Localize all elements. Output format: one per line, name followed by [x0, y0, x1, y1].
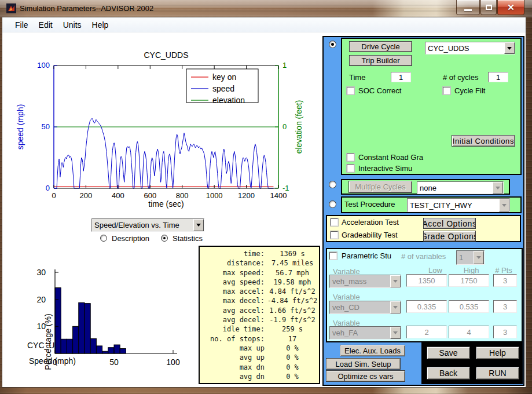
close-button[interactable]: ✕	[497, 0, 524, 15]
svg-text:elevation (feet): elevation (feet)	[294, 100, 303, 154]
variable-select-1-value: veh_mass	[330, 275, 390, 287]
svg-text:50: 50	[42, 122, 50, 131]
load-sim-setup-button[interactable]: Load Sim. Setup	[326, 358, 401, 370]
multiple-cycles-select[interactable]: none	[417, 181, 504, 194]
stat-value: 17	[266, 335, 319, 344]
svg-text:0: 0	[52, 191, 56, 200]
constant-road-grade-checkbox[interactable]	[347, 154, 354, 161]
plot-type-select[interactable]: Speed/Elevation vs. Time	[91, 218, 204, 232]
multiple-cycles-radio[interactable]	[329, 181, 336, 188]
parametric-study-checkbox[interactable]	[329, 252, 337, 260]
svg-text:speed (mph): speed (mph)	[16, 104, 25, 150]
high-input-2[interactable]: 0.535	[449, 300, 489, 313]
elec-aux-loads-button[interactable]: Elec. Aux. Loads	[340, 345, 405, 356]
accel-options-button[interactable]: Accel Options	[423, 218, 476, 229]
stat-label: distance:	[200, 259, 265, 268]
stat-row: time:1369 s	[200, 250, 319, 259]
interactive-sim-checkbox[interactable]	[347, 165, 354, 172]
cycle-statistics-panel: time:1369 sdistance:7.45 milesmax speed:…	[199, 246, 320, 384]
maximize-button[interactable]	[480, 0, 497, 15]
low-input-1[interactable]: 1350	[406, 274, 447, 287]
stat-value: 0 %	[266, 353, 319, 363]
cycle-select[interactable]: CYC_UDDS	[425, 42, 515, 54]
high-header: High	[451, 266, 491, 275]
acceleration-test-checkbox[interactable]	[331, 218, 338, 226]
multiple-cycles-select-value: none	[417, 182, 493, 194]
pts-input-3[interactable]: 3	[493, 326, 517, 338]
description-radio[interactable]	[100, 235, 107, 242]
stat-value: 259 s	[266, 325, 319, 334]
stat-value: 0 %	[266, 373, 319, 382]
stat-label: max dn	[200, 363, 265, 373]
low-input-3[interactable]: 2	[406, 326, 447, 338]
cycle-select-value: CYC_UDDS	[425, 42, 504, 54]
grade-options-button[interactable]: Grade Options	[423, 231, 476, 242]
minimize-icon	[464, 9, 472, 11]
test-procedure-select[interactable]: TEST_CITY_HWY	[407, 198, 510, 212]
menu-edit[interactable]: Edit	[34, 19, 58, 31]
low-header: Low	[415, 266, 456, 275]
chevron-down-icon	[474, 251, 484, 264]
minimize-button[interactable]	[456, 0, 480, 15]
pts-input-2[interactable]: 3	[493, 300, 517, 313]
num-variables-select[interactable]: 1	[456, 250, 485, 265]
soc-correct-label: SOC Correct	[358, 86, 401, 95]
test-procedure-radio[interactable]	[329, 200, 336, 208]
multiple-cycles-button[interactable]: Multiple Cycles	[348, 181, 412, 193]
gradeability-test-checkbox[interactable]	[331, 231, 338, 239]
pts-input-1[interactable]: 3	[493, 274, 517, 287]
statistics-radio[interactable]	[161, 235, 168, 242]
time-input[interactable]: 1	[391, 72, 411, 82]
save-button[interactable]: Save	[427, 346, 470, 359]
plot-type-value: Speed/Elevation vs. Time	[92, 219, 193, 231]
high-input-3[interactable]: 4	[449, 326, 489, 338]
svg-text:speed: speed	[212, 84, 234, 93]
stat-row: max speed:56.7 mph	[200, 269, 319, 278]
high-input-1[interactable]: 1750	[449, 274, 489, 287]
matlab-app-icon	[6, 3, 16, 13]
trip-builder-button[interactable]: Trip Builder	[349, 55, 412, 66]
chevron-down-icon	[390, 301, 401, 313]
run-button[interactable]: RUN	[476, 367, 519, 380]
drive-cycle-chart: 0200400600800100012001400050100-101CYC_U…	[8, 35, 321, 226]
description-label: Description	[112, 234, 149, 243]
variable-select-2[interactable]: veh_CD	[329, 301, 401, 314]
back-button[interactable]: Back	[427, 367, 470, 380]
variable-select-3[interactable]: veh_FA	[329, 326, 401, 340]
svg-text:400: 400	[112, 191, 124, 200]
stat-value: 0 %	[266, 344, 319, 353]
variable-select-1[interactable]: veh_mass	[329, 275, 401, 288]
help-button[interactable]: Help	[476, 346, 519, 359]
cycle-filter-checkbox[interactable]	[443, 87, 450, 94]
drive-cycle-radio[interactable]	[329, 41, 336, 48]
num-cycles-input[interactable]: 1	[488, 72, 508, 82]
titlebar: Simulation Parameters--ADVISOR 2002 ✕	[0, 0, 532, 17]
variable-select-2-value: veh_CD	[330, 301, 390, 313]
stat-label: max up	[200, 344, 265, 353]
menu-units[interactable]: Units	[58, 19, 87, 31]
stat-row: max dn0 %	[200, 363, 319, 373]
stat-row: max decel:-4.84 ft/s^2	[200, 297, 319, 306]
initial-conditions-button[interactable]: Initial Conditions	[452, 135, 515, 147]
simulation-setup-panel: Drive Cycle Trip Builder CYC_UDDS Time 1…	[322, 36, 524, 386]
optimize-cs-vars-button[interactable]: Optimize cs vars	[326, 370, 405, 382]
low-input-2[interactable]: 0.335	[406, 300, 447, 313]
stat-label: time:	[200, 250, 265, 259]
chevron-down-icon	[499, 199, 509, 211]
parametric-study-label: Parametric Stu	[342, 251, 391, 260]
stat-row: avg decel:-1.9 ft/s^2	[200, 316, 319, 325]
client-area: File Edit Units Help 0200400600800100012…	[2, 17, 526, 387]
stat-value: 1369 s	[266, 250, 319, 259]
soc-correct-checkbox[interactable]	[347, 87, 354, 94]
menu-file[interactable]: File	[10, 19, 34, 31]
menu-help[interactable]: Help	[87, 19, 114, 31]
constant-road-grade-label: Constant Road Gra	[358, 153, 423, 162]
num-variables-value: 1	[457, 251, 474, 264]
variable-label-2: Variable	[333, 293, 360, 301]
svg-text:50: 50	[109, 357, 119, 367]
num-cycles-label: # of cycles	[443, 73, 478, 82]
drive-cycle-button[interactable]: Drive Cycle	[349, 41, 412, 52]
stat-value: -4.84 ft/s^2	[266, 297, 319, 306]
svg-text:key on: key on	[212, 72, 236, 82]
menubar: File Edit Units Help	[2, 17, 526, 32]
